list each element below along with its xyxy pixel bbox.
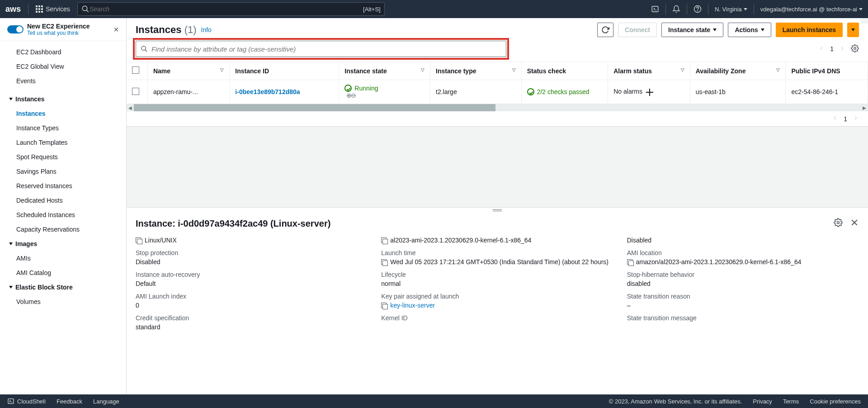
detail-label: Instance auto-recovery bbox=[136, 271, 368, 278]
experience-feedback-link[interactable]: Tell us what you think bbox=[27, 30, 90, 36]
svg-point-0 bbox=[82, 6, 87, 11]
column-header[interactable]: Instance type▽ bbox=[430, 62, 522, 80]
pager-next[interactable] bbox=[853, 115, 859, 123]
detail-item: Credit specificationstandard bbox=[136, 312, 368, 333]
region-selector[interactable]: N. Virginia bbox=[715, 6, 747, 13]
copy-icon[interactable] bbox=[381, 259, 387, 266]
sidebar-item[interactable]: AMI Catalog bbox=[0, 266, 126, 280]
help-icon[interactable] bbox=[693, 5, 702, 13]
sidebar-item[interactable]: Spot Requests bbox=[0, 150, 126, 164]
detail-item: Launch timeWed Jul 05 2023 17:21:24 GMT+… bbox=[381, 247, 613, 268]
column-header[interactable]: Instance ID bbox=[230, 62, 339, 80]
footer-feedback[interactable]: Feedback bbox=[57, 398, 82, 405]
sidebar-item[interactable]: Reserved Instances bbox=[0, 179, 126, 193]
content-area: Instances (1) Info Connect Instance stat… bbox=[127, 18, 868, 394]
detail-value: al2023-ami-2023.1.20230629.0-kernel-6.1-… bbox=[381, 237, 613, 244]
detail-item: Stop protectionDisabled bbox=[136, 247, 368, 268]
sidebar-item[interactable]: Dedicated Hosts bbox=[0, 193, 126, 208]
detail-label: State transition message bbox=[627, 314, 859, 322]
search-shortcut: [Alt+S] bbox=[363, 6, 381, 13]
sidebar-item[interactable]: EC2 Global View bbox=[0, 59, 126, 74]
instance-state-button[interactable]: Instance state bbox=[661, 23, 723, 37]
pager-next[interactable] bbox=[839, 45, 845, 53]
split-resize-handle[interactable] bbox=[127, 207, 868, 213]
footer-terms[interactable]: Terms bbox=[783, 398, 799, 405]
top-pager: 1 bbox=[818, 44, 859, 54]
detail-value[interactable]: key-linux-server bbox=[381, 302, 613, 309]
connect-button[interactable]: Connect bbox=[618, 23, 657, 37]
copy-icon[interactable] bbox=[627, 259, 633, 266]
sidebar-item[interactable]: Volumes bbox=[0, 294, 126, 309]
detail-label: Lifecycle bbox=[381, 271, 613, 278]
footer-cloudshell[interactable]: CloudShell bbox=[7, 398, 46, 405]
row-checkbox[interactable] bbox=[132, 88, 139, 95]
cell-type: t2.large bbox=[430, 80, 522, 104]
sidebar-item[interactable]: Instance Types bbox=[0, 121, 126, 135]
grid-icon bbox=[36, 5, 43, 13]
sidebar-item[interactable]: Events bbox=[0, 74, 126, 88]
new-experience-toggle[interactable] bbox=[7, 25, 24, 33]
pager-prev[interactable] bbox=[832, 115, 838, 123]
sidebar-group-header[interactable]: Instances bbox=[0, 92, 126, 106]
detail-item: Disabled bbox=[627, 234, 859, 247]
aws-logo[interactable]: aws bbox=[5, 5, 21, 14]
instance-search-input[interactable] bbox=[151, 45, 501, 53]
sidebar-item[interactable]: Scheduled Instances bbox=[0, 208, 126, 222]
footer-language[interactable]: Language bbox=[93, 398, 119, 405]
column-header[interactable]: Instance state▽ bbox=[339, 62, 430, 80]
column-header[interactable]: Alarm status▽ bbox=[608, 62, 690, 80]
global-search[interactable]: [Alt+S] bbox=[77, 2, 385, 16]
close-icon[interactable]: × bbox=[113, 24, 119, 35]
notifications-icon[interactable] bbox=[672, 5, 680, 13]
column-header[interactable]: Availability Zone▽ bbox=[690, 62, 786, 80]
add-alarm-icon[interactable] bbox=[646, 89, 653, 96]
sidebar-item[interactable]: Launch Templates bbox=[0, 135, 126, 150]
detail-close-icon[interactable] bbox=[850, 218, 859, 229]
sidebar-group-header[interactable]: Elastic Block Store bbox=[0, 280, 126, 294]
cell-instance-id[interactable]: i-0bee13e89b712d80a bbox=[230, 80, 339, 104]
column-header[interactable]: Status check bbox=[521, 62, 608, 80]
footer-privacy[interactable]: Privacy bbox=[753, 398, 772, 405]
instance-search[interactable] bbox=[136, 41, 506, 57]
column-header[interactable]: Public IPv4 DNS bbox=[786, 62, 868, 80]
page-header: Instances (1) Info Connect Instance stat… bbox=[127, 18, 868, 37]
column-header[interactable]: Name▽ bbox=[147, 62, 229, 80]
sidebar-item[interactable]: EC2 Dashboard bbox=[0, 45, 126, 59]
table-settings-icon[interactable] bbox=[851, 44, 859, 54]
pager-current: 1 bbox=[844, 115, 847, 123]
refresh-button[interactable] bbox=[597, 23, 613, 37]
select-all-checkbox[interactable] bbox=[132, 66, 139, 74]
info-link[interactable]: Info bbox=[201, 26, 212, 33]
detail-item: AMI Launch index0 bbox=[136, 290, 368, 312]
detail-settings-icon[interactable] bbox=[834, 218, 843, 229]
footer-cookies[interactable]: Cookie preferences bbox=[810, 398, 861, 405]
services-menu[interactable]: Services bbox=[36, 5, 70, 13]
svg-line-7 bbox=[145, 50, 147, 52]
copy-icon[interactable] bbox=[136, 237, 142, 244]
launch-dropdown-button[interactable] bbox=[847, 23, 859, 37]
view-icon[interactable]: ⊕⊖ bbox=[346, 92, 355, 99]
horizontal-scrollbar[interactable]: ◀ ▶ bbox=[127, 104, 868, 111]
sidebar-item[interactable]: Instances bbox=[0, 106, 126, 121]
detail-value: Disabled bbox=[136, 258, 368, 266]
pager-prev[interactable] bbox=[818, 45, 825, 53]
detail-item: Stop-hibernate behaviordisabled bbox=[627, 268, 859, 290]
sidebar-group-header[interactable]: Images bbox=[0, 237, 126, 251]
cloudshell-icon[interactable] bbox=[651, 5, 659, 13]
cell-status: 2/2 checks passed bbox=[521, 80, 608, 104]
sidebar-item[interactable]: Capacity Reservations bbox=[0, 222, 126, 237]
detail-item: State transition reason– bbox=[627, 290, 859, 312]
detail-label: Launch time bbox=[381, 249, 613, 256]
global-search-input[interactable] bbox=[90, 5, 363, 13]
top-nav: aws Services [Alt+S] N. Virginia vdegala… bbox=[0, 0, 868, 18]
sidebar-item[interactable]: AMIs bbox=[0, 251, 126, 266]
actions-button[interactable]: Actions bbox=[728, 23, 771, 37]
detail-item: Instance auto-recoveryDefault bbox=[136, 268, 368, 290]
sidebar-item[interactable]: Savings Plans bbox=[0, 164, 126, 179]
table-row[interactable]: appzen-ramu-...i-0bee13e89b712d80aRunnin… bbox=[127, 80, 868, 104]
launch-instances-button[interactable]: Launch instances bbox=[776, 23, 843, 37]
copy-icon[interactable] bbox=[381, 303, 387, 309]
copy-icon[interactable] bbox=[381, 237, 387, 244]
detail-value: 0 bbox=[136, 302, 368, 309]
account-menu[interactable]: vdegala@techforce.ai @ techforce-ai bbox=[760, 6, 863, 13]
